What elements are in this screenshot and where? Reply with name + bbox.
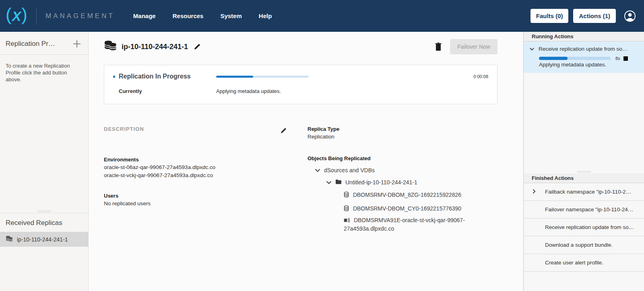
finished-action-label: Download a support bundle.	[545, 242, 613, 248]
environments-label: Environments	[104, 157, 288, 163]
received-replica-item[interactable]: ip-10-110-244-241-1	[0, 232, 88, 247]
tree-leaf-db[interactable]: DBOMSRMV-DBOM_CY0-1692215776390	[308, 205, 465, 213]
running-action-elapsed: 8s	[615, 56, 620, 61]
tree-leaf-label: DBOMSRMV-DBOM_CY0-1692215776390	[353, 205, 461, 212]
faults-button[interactable]: Faults (0)	[530, 9, 569, 23]
users-value: No replicated users	[104, 200, 288, 208]
running-actions-header: Running Actions	[524, 32, 644, 41]
sidebar-resize-handle[interactable]	[0, 209, 88, 213]
finished-action-label: Failover namespace "ip-10-110-24…	[545, 206, 633, 213]
edit-description-button[interactable]	[279, 126, 288, 136]
status-bullet	[113, 76, 115, 78]
running-action-label: Receive replication update from so…	[539, 46, 627, 52]
database-stack-icon	[104, 40, 117, 53]
nav-item-help[interactable]: Help	[259, 12, 272, 19]
replica-type-value: Replication	[308, 133, 465, 141]
delphix-logo-icon: (X)	[6, 8, 27, 24]
finished-action-label: Create user alert profile.	[545, 260, 603, 266]
edit-title-button[interactable]	[192, 42, 202, 52]
running-action-progress-bar	[539, 57, 611, 60]
nav-menu: Manage Resources System Help	[133, 12, 272, 19]
failover-now-button[interactable]: Failover Now	[450, 39, 497, 54]
chevron-right-icon[interactable]	[533, 189, 536, 195]
nav-divider	[36, 7, 37, 25]
description-header: DESCRIPTION	[104, 126, 144, 132]
nav-item-system[interactable]: System	[220, 12, 242, 19]
chevron-down-icon[interactable]	[315, 167, 320, 173]
finished-action-item[interactable]: Receive replication update from so…	[524, 219, 644, 236]
user-avatar-icon[interactable]	[624, 10, 636, 22]
current-status-text: Applying metadata updates.	[216, 88, 473, 94]
profiles-help-text: To create a new Replication Profile clic…	[0, 55, 88, 83]
nav-item-resources[interactable]: Resources	[173, 12, 204, 19]
replication-profiles-title: Replication Pr…	[6, 40, 55, 48]
add-profile-button[interactable]	[72, 39, 82, 49]
database-icon	[344, 206, 351, 213]
panel-resize-handle[interactable]	[524, 169, 644, 173]
received-replicas-title: Received Replicas	[0, 213, 88, 232]
folder-icon	[335, 179, 342, 186]
elapsed-time: 0:00:08	[473, 74, 488, 79]
tree-leaf-db[interactable]: DBOMSRMV-DBOM_8ZG-1692215922826	[308, 191, 465, 200]
nav-item-manage[interactable]: Manage	[133, 12, 156, 19]
replication-progress-card: Replication In Progress 0:00:08 Currentl…	[104, 65, 497, 104]
received-replica-label: ip-10-110-244-241-1	[17, 236, 68, 243]
actions-button[interactable]: Actions (1)	[573, 9, 616, 23]
tree-node-group[interactable]: Untitled-ip-10-110-244-241-1	[308, 179, 465, 186]
top-navigation: (X) MANAGEMENT Manage Resources System H…	[0, 0, 644, 32]
database-icon	[344, 192, 351, 199]
finished-action-item[interactable]: Failback namespace "ip-10-110-2…	[524, 183, 644, 201]
currently-label: Currently	[113, 88, 216, 94]
finished-action-item[interactable]: Download a support bundle.	[524, 236, 644, 254]
delete-replica-button[interactable]	[433, 41, 444, 53]
tree-leaf-dsource[interactable]: DBOMSRMVA91E-oracle-st-vckj-qar-99067-27…	[308, 217, 465, 233]
brand-title: MANAGEMENT	[45, 12, 115, 20]
objects-tree: dSources and VDBs Untitled-ip-10-110-244…	[308, 167, 465, 233]
actions-panel: Running Actions Receive replication upda…	[523, 32, 644, 291]
users-label: Users	[104, 193, 288, 199]
chevron-down-icon[interactable]	[326, 179, 332, 186]
page-title: ip-10-110-244-241-1	[122, 43, 188, 51]
chevron-down-icon[interactable]	[529, 46, 535, 52]
environment-value: oracle-st-06az-qar-99067-27a4593a.dlpxdc…	[104, 163, 288, 171]
replica-type-label: Replica Type	[308, 126, 465, 132]
finished-action-item[interactable]: Failover namespace "ip-10-110-24…	[524, 201, 644, 219]
finished-action-label: Receive replication update from so…	[545, 224, 634, 230]
objects-being-replicated-label: Objects Being Replicated	[308, 155, 465, 161]
left-sidebar: Replication Pr… To create a new Replicat…	[0, 32, 89, 291]
running-action-status: Applying metadata updates.	[539, 62, 638, 68]
replica-stack-icon	[6, 235, 13, 243]
finished-action-label: Failback namespace "ip-10-110-2…	[545, 189, 631, 195]
tree-node-label: dSources and VDBs	[324, 167, 375, 173]
main-content: ip-10-110-244-241-1 Failover Now Replica…	[89, 32, 523, 291]
tree-leaf-label: DBOMSRMVA91E-oracle-st-vckj-qar-99067-27…	[344, 217, 465, 232]
finished-actions-header: Finished Actions	[524, 173, 644, 183]
tree-node-dsources-vdbs[interactable]: dSources and VDBs	[308, 167, 465, 173]
progress-title: Replication In Progress	[119, 73, 191, 80]
finished-action-item[interactable]: Create user alert profile.	[524, 254, 644, 272]
environment-value: oracle-st-vckj-qar-99067-27a4593a.dlpxdc…	[104, 171, 288, 180]
replication-progress-bar	[216, 76, 309, 78]
running-action-item[interactable]: Receive replication update from so… 8s A…	[524, 41, 644, 73]
tree-leaf-label: DBOMSRMV-DBOM_8ZG-1692215922826	[353, 192, 461, 198]
tree-node-label: Untitled-ip-10-110-244-241-1	[345, 179, 417, 186]
stop-action-button[interactable]	[623, 56, 628, 61]
dsource-icon	[344, 218, 351, 224]
